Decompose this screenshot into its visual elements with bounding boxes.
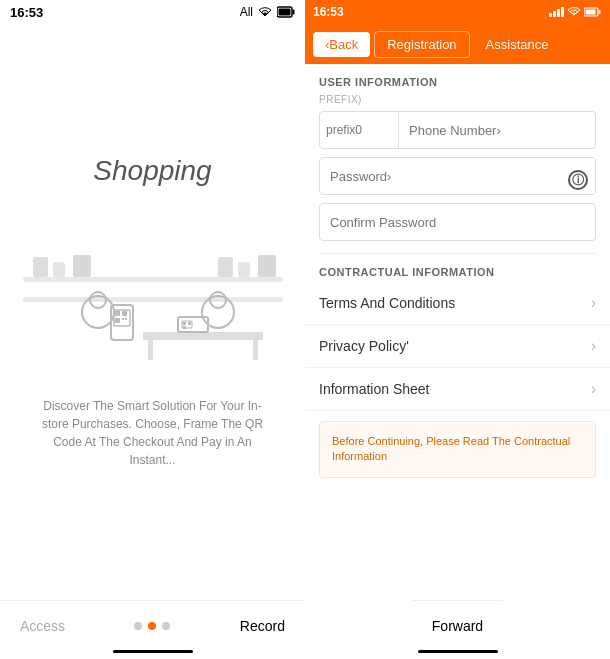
svg-rect-7 <box>73 255 91 277</box>
svg-rect-23 <box>148 340 153 360</box>
privacy-chevron-icon: › <box>591 337 596 355</box>
wifi-icon <box>257 6 273 18</box>
left-content: Shopping <box>0 24 305 600</box>
signal-bar-4 <box>561 7 564 17</box>
prefix-section-label: PREFIX) <box>305 94 610 111</box>
left-time: 16:53 <box>10 5 43 20</box>
signal-bars <box>549 7 564 17</box>
right-status-bar: 16:53 <box>305 0 610 24</box>
left-status-bar: 16:53 All <box>0 0 305 24</box>
svg-rect-27 <box>183 322 186 325</box>
battery-icon-right <box>584 7 602 17</box>
left-carrier: All <box>240 5 253 19</box>
info-sheet-item[interactable]: Information Sheet › <box>305 368 610 411</box>
password-input[interactable] <box>319 157 596 195</box>
illustration <box>23 217 283 377</box>
left-status-right: All <box>240 5 295 19</box>
prefix-row <box>305 111 610 157</box>
svg-rect-32 <box>586 10 596 15</box>
contractual-header: CONTRACTUAL INFORMATION <box>305 254 610 282</box>
right-home-indicator <box>418 650 498 653</box>
nav-dot-1[interactable] <box>134 622 142 630</box>
user-info-header: USER INFORMATION <box>305 64 610 94</box>
svg-rect-1 <box>293 10 295 15</box>
nav-forward-label[interactable]: Forward <box>432 618 483 634</box>
description: Discover The Smart Solution For Your In-… <box>20 397 285 469</box>
terms-conditions-item[interactable]: Terms And Conditions › <box>305 282 610 325</box>
right-top-nav: ‹Back Registration Assistance <box>305 24 610 64</box>
assistance-button[interactable]: Assistance <box>474 32 561 57</box>
svg-rect-29 <box>183 326 186 329</box>
svg-rect-8 <box>218 257 233 277</box>
svg-rect-3 <box>23 277 283 282</box>
nav-access-label: Access <box>20 618 65 634</box>
svg-rect-9 <box>238 262 250 277</box>
app-logo: Shopping <box>93 155 211 187</box>
svg-rect-17 <box>115 318 120 323</box>
info-sheet-chevron-icon: › <box>591 380 596 398</box>
svg-rect-2 <box>279 9 291 16</box>
nav-dots <box>134 622 170 630</box>
right-panel: 16:53 ‹Back Registration Assistance <box>305 0 610 659</box>
nav-dot-2[interactable] <box>148 622 156 630</box>
back-button[interactable]: ‹Back <box>313 32 370 57</box>
svg-rect-15 <box>115 311 120 316</box>
svg-rect-28 <box>188 322 191 325</box>
svg-rect-6 <box>53 262 65 277</box>
nav-record-label[interactable]: Record <box>240 618 285 634</box>
wifi-icon-right <box>567 7 581 17</box>
left-home-indicator <box>113 650 193 653</box>
right-status-icons <box>549 7 602 17</box>
notice-box: Before Continuing, Please Read The Contr… <box>319 421 596 478</box>
left-panel: 16:53 All Shopping <box>0 0 305 659</box>
svg-rect-16 <box>122 311 127 316</box>
right-time: 16:53 <box>313 5 344 19</box>
privacy-policy-item[interactable]: Privacy Policy' › <box>305 325 610 368</box>
left-bottom-nav: Access Record <box>0 600 305 650</box>
confirm-password-input[interactable] <box>319 203 596 241</box>
svg-rect-24 <box>253 340 258 360</box>
right-body: USER INFORMATION PREFIX) ⓘ CONTRACTUAL I… <box>305 64 610 600</box>
info-sheet-label: Information Sheet <box>319 381 430 397</box>
terms-chevron-icon: › <box>591 294 596 312</box>
prefix-input[interactable] <box>319 111 399 149</box>
phone-input[interactable] <box>399 111 596 149</box>
info-icon[interactable]: ⓘ <box>568 170 588 190</box>
password-row: ⓘ <box>305 157 610 203</box>
signal-bar-2 <box>553 11 556 17</box>
registration-button[interactable]: Registration <box>374 31 469 58</box>
nav-dot-3[interactable] <box>162 622 170 630</box>
svg-rect-19 <box>125 318 127 320</box>
svg-rect-10 <box>258 255 276 277</box>
right-bottom-nav: Forward <box>412 600 503 650</box>
privacy-policy-label: Privacy Policy' <box>319 338 409 354</box>
signal-bar-1 <box>549 13 552 17</box>
terms-conditions-label: Terms And Conditions <box>319 295 455 311</box>
svg-rect-31 <box>599 10 601 14</box>
battery-icon <box>277 6 295 18</box>
signal-bar-3 <box>557 9 560 17</box>
svg-rect-22 <box>143 332 263 340</box>
svg-rect-18 <box>122 318 124 320</box>
svg-rect-4 <box>23 297 283 302</box>
confirm-row <box>305 203 610 253</box>
svg-rect-5 <box>33 257 48 277</box>
